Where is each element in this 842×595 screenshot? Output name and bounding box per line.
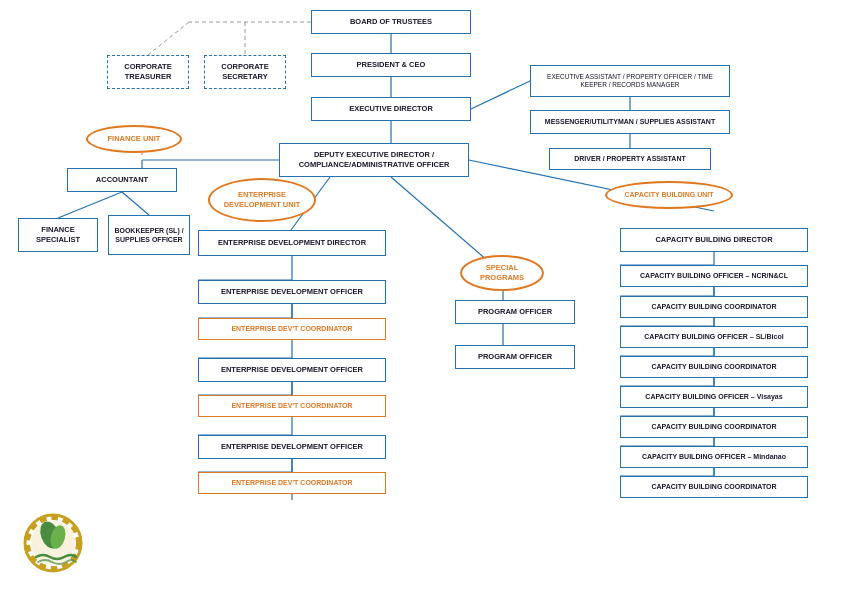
edd-officer-1: ENTERPRISE DEVELOPMENT OFFICER [198,280,386,304]
cb-officer-ncr: CAPACITY BUILDING OFFICER – NCR/N&CL [620,265,808,287]
board-of-trustees: BOARD OF TRUSTEES [311,10,471,34]
svg-line-3 [148,22,189,55]
logo [18,505,88,575]
edd-coordinator-3: ENTERPRISE DEV'T COORDINATOR [198,472,386,494]
driver: DRIVER / PROPERTY ASSISTANT [549,148,711,170]
program-officer-1: PROGRAM OFFICER [455,300,575,324]
special-programs-oval: SPECIAL PROGRAMS [460,255,544,291]
cb-coordinator-3: CAPACITY BUILDING COORDINATOR [620,416,808,438]
edd-officer-3: ENTERPRISE DEVELOPMENT OFFICER [198,435,386,459]
deputy-exec-director: DEPUTY EXECUTIVE DIRECTOR / COMPLIANCE/A… [279,143,469,177]
corporate-treasurer: CORPORATE TREASURER [107,55,189,89]
edd-coordinator-2: ENTERPRISE DEV'T COORDINATOR [198,395,386,417]
finance-specialist: FINANCE SPECIALIST [18,218,98,252]
cb-director: CAPACITY BUILDING DIRECTOR [620,228,808,252]
cb-coordinator-1: CAPACITY BUILDING COORDINATOR [620,296,808,318]
messenger: MESSENGER/UTILITYMAN / SUPPLIES ASSISTAN… [530,110,730,134]
cb-officer-mindanao: CAPACITY BUILDING OFFICER – Mindanao [620,446,808,468]
executive-assistant: EXECUTIVE ASSISTANT / PROPERTY OFFICER /… [530,65,730,97]
bookkeeper: BOOKKEEPER (SL) / SUPPLIES OFFICER [108,215,190,255]
capacity-building-oval: CAPACITY BUILDING UNIT [605,181,733,209]
program-officer-2: PROGRAM OFFICER [455,345,575,369]
edd-director: ENTERPRISE DEVELOPMENT DIRECTOR [198,230,386,256]
cb-coordinator-2: CAPACITY BUILDING COORDINATOR [620,356,808,378]
president-ceo: PRESIDENT & CEO [311,53,471,77]
accountant: ACCOUNTANT [67,168,177,192]
edd-coordinator-1: ENTERPRISE DEV'T COORDINATOR [198,318,386,340]
cb-officer-visayas: CAPACITY BUILDING OFFICER – Visayas [620,386,808,408]
executive-director: EXECUTIVE DIRECTOR [311,97,471,121]
svg-line-10 [122,192,149,215]
cb-officer-sl: CAPACITY BUILDING OFFICER – SL/Bicol [620,326,808,348]
finance-unit-oval: FINANCE UNIT [86,125,182,153]
cb-coordinator-4: CAPACITY BUILDING COORDINATOR [620,476,808,498]
enterprise-dev-oval: ENTERPRISE DEVELOPMENT UNIT [208,178,316,222]
corporate-secretary: CORPORATE SECRETARY [204,55,286,89]
svg-line-27 [471,81,530,109]
org-chart: BOARD OF TRUSTEES PRESIDENT & CEO EXECUT… [0,0,842,595]
edd-officer-2: ENTERPRISE DEVELOPMENT OFFICER [198,358,386,382]
